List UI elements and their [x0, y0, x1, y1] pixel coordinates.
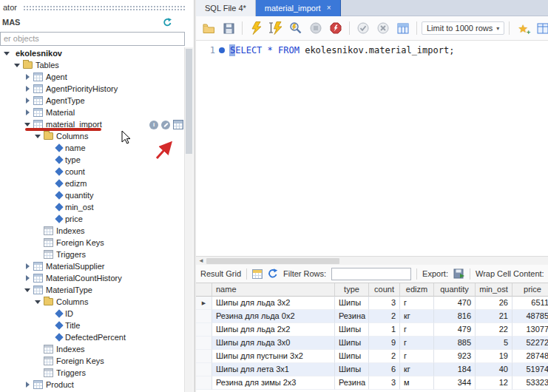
grid-row[interactable]: Шипы для льда 3x0Шипы9г885552272	[196, 337, 548, 350]
cell-price[interactable]: 53323	[513, 376, 548, 390]
tree-item-edizm[interactable]: edizm	[0, 178, 184, 189]
cell-quantity[interactable]: 470	[434, 297, 476, 310]
cell-name[interactable]: Шипы для пустыни 3x2	[212, 350, 335, 363]
tree-item-indexes[interactable]: Indexes	[0, 343, 184, 355]
cell-edizm[interactable]: г	[400, 323, 434, 337]
cell-count[interactable]: 9	[369, 337, 400, 350]
execute-query-icon[interactable]	[247, 19, 265, 37]
cell-edizm[interactable]: кг	[400, 363, 434, 376]
cell-type[interactable]: Шипы	[335, 323, 369, 337]
cell-min_ost[interactable]: 5	[476, 337, 513, 350]
tree-item-material[interactable]: Material	[0, 107, 184, 118]
cell-name[interactable]: Резина для льда 0x2	[212, 310, 335, 323]
grid-row[interactable]: Резина для зимы 2x3Резина3м3441253323	[196, 376, 548, 390]
column-header-price[interactable]: price	[513, 283, 548, 297]
cell-quantity[interactable]: 184	[434, 363, 476, 376]
refresh-results-icon[interactable]	[268, 268, 278, 279]
scrollbar-thumb[interactable]	[186, 49, 192, 154]
navigator-scrollbar[interactable]	[184, 47, 193, 392]
row-selector[interactable]	[196, 363, 212, 376]
row-selector[interactable]	[196, 323, 212, 337]
collapse-arrow-icon[interactable]	[24, 286, 32, 294]
execute-current-statement-icon[interactable]	[267, 19, 285, 37]
cell-type[interactable]: Шипы	[335, 337, 369, 350]
sidebar-toggle-icon[interactable]	[534, 19, 548, 37]
cell-count[interactable]: 1	[369, 323, 400, 337]
row-selector[interactable]	[196, 337, 212, 350]
expand-arrow-icon[interactable]	[24, 73, 32, 81]
collapse-arrow-icon[interactable]	[13, 61, 21, 70]
cell-count[interactable]: 6	[369, 363, 400, 376]
grid-row[interactable]: Шипы для лета 3x1Шипы6кг1844051974	[196, 363, 548, 376]
cell-type[interactable]: Шипы	[335, 350, 369, 363]
table-info-icon[interactable]: i	[149, 121, 158, 129]
cell-quantity[interactable]: 923	[434, 350, 476, 363]
collapse-arrow-icon[interactable]	[24, 121, 32, 129]
tree-item-ekolesnikov[interactable]: ekolesnikov	[0, 47, 184, 59]
cell-type[interactable]: Резина	[335, 310, 369, 323]
cell-min_ost[interactable]: 12	[476, 376, 513, 390]
cell-min_ost[interactable]: 26	[476, 297, 513, 310]
tree-item-agenttype[interactable]: AgentType	[0, 95, 184, 107]
grid-row[interactable]: Резина для льда 0x2Резина2кг8162148785	[196, 310, 548, 323]
tree-item-foreign-keys[interactable]: Foreign Keys	[0, 355, 184, 367]
column-header-count[interactable]: count	[369, 283, 400, 297]
cell-name[interactable]: Шипы для льда 2x2	[212, 323, 335, 337]
hscroll-thumb[interactable]	[206, 258, 339, 264]
cell-name[interactable]: Резина для зимы 2x3	[212, 376, 335, 390]
tree-item-agent[interactable]: Agent	[0, 71, 184, 83]
column-header-min_ost[interactable]: min_ost	[476, 283, 513, 297]
row-selector[interactable]	[196, 310, 212, 323]
tree-item-materialcounthistory[interactable]: MaterialCountHistory	[0, 272, 184, 284]
expand-arrow-icon[interactable]	[24, 381, 32, 389]
collapse-arrow-icon[interactable]	[34, 298, 42, 306]
cell-count[interactable]: 3	[369, 297, 400, 310]
collapse-arrow-icon[interactable]	[34, 132, 42, 141]
expand-arrow-icon[interactable]	[24, 85, 32, 93]
tree-item-tables[interactable]: Tables	[0, 59, 184, 71]
tab-sql-file-4[interactable]: SQL File 4*	[196, 0, 256, 16]
cell-edizm[interactable]: м	[400, 376, 434, 390]
editor-horizontal-scrollbar[interactable]: ◄	[196, 256, 548, 265]
cell-quantity[interactable]: 344	[434, 376, 476, 390]
cell-name[interactable]: Шипы для лета 3x1	[212, 363, 335, 376]
cell-min_ost[interactable]: 19	[476, 350, 513, 363]
column-header-edizm[interactable]: edizm	[400, 283, 434, 297]
scroll-left-icon[interactable]: ◄	[196, 257, 206, 264]
expand-arrow-icon[interactable]	[24, 263, 32, 271]
column-header-quantity[interactable]: quantity	[434, 283, 476, 297]
export-recordset-icon[interactable]	[453, 268, 464, 279]
commit-icon[interactable]	[354, 19, 372, 37]
cell-name[interactable]: Шипы для льда 3x0	[212, 337, 335, 350]
cell-edizm[interactable]: г	[400, 297, 434, 310]
row-selector[interactable]	[196, 376, 212, 390]
cell-count[interactable]: 2	[369, 310, 400, 323]
tree-item-materialsupplier[interactable]: MaterialSupplier	[0, 260, 184, 272]
save-snippet-icon[interactable]: ★ +	[514, 19, 532, 37]
cell-type[interactable]: Шипы	[335, 363, 369, 376]
cell-price[interactable]: 13077	[513, 323, 548, 337]
cell-min_ost[interactable]: 40	[476, 363, 513, 376]
tab-material-import[interactable]: material_import ×	[256, 0, 341, 16]
tree-item-defectedpercent[interactable]: DefectedPercent	[0, 331, 184, 343]
tree-item-triggers[interactable]: Triggers	[0, 367, 184, 379]
tree-item-agentpriorityhistory[interactable]: AgentPriorityHistory	[0, 83, 184, 95]
tree-item-materialtype[interactable]: MaterialType	[0, 284, 184, 296]
tree-item-title[interactable]: Title	[0, 320, 184, 331]
open-file-icon[interactable]	[200, 19, 217, 37]
panel-drag-grip[interactable]	[23, 5, 185, 10]
toggle-stop-on-error-icon[interactable]	[327, 19, 345, 37]
expand-arrow-icon[interactable]	[24, 97, 32, 105]
cell-price[interactable]: 51974	[513, 363, 548, 376]
tree-item-columns[interactable]: Columns	[0, 296, 184, 308]
expand-arrow-icon[interactable]	[24, 274, 32, 283]
cell-min_ost[interactable]: 21	[476, 310, 513, 323]
tree-item-id[interactable]: ID	[0, 308, 184, 320]
limit-rows-dropdown[interactable]: Limit to 1000 rows ▾	[422, 21, 504, 35]
tree-item-min-ost[interactable]: min_ost	[0, 201, 184, 213]
save-icon[interactable]	[220, 19, 237, 37]
cell-edizm[interactable]: г	[400, 350, 434, 363]
tree-item-foreign-keys[interactable]: Foreign Keys	[0, 237, 184, 249]
grid-row[interactable]: Шипы для льда 2x2Шипы1г4792213077	[196, 323, 548, 337]
explain-plan-icon[interactable]	[287, 19, 305, 37]
